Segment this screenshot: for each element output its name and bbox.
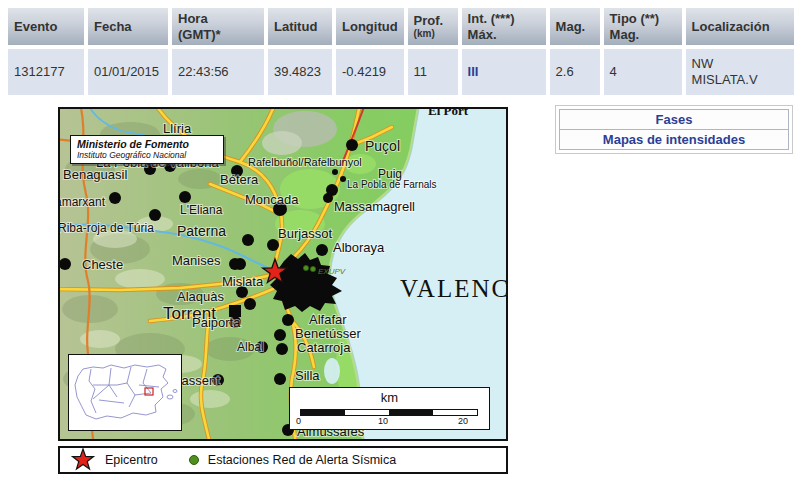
- station-dot: [242, 234, 254, 246]
- town-label: Alaquàs: [177, 289, 224, 304]
- cell-fecha: 01/01/2015: [88, 49, 168, 95]
- town-label: Llíria: [163, 121, 192, 136]
- town-label: Paterna: [177, 223, 226, 239]
- town-label: Cheste: [82, 257, 123, 272]
- cell-tipo_mag: 4: [604, 49, 682, 95]
- col-header-fecha: Fecha: [88, 8, 168, 45]
- town-label: La Pobla de Farnals: [347, 179, 437, 190]
- station-dot: [346, 139, 358, 151]
- col-header-hora: Hora(GMT)*: [172, 8, 264, 45]
- seismic-map: LlíriaLa Pobla de VallbonaBenaguasilBéte…: [58, 107, 508, 441]
- town-label: Bétera: [220, 172, 259, 187]
- station-dot: [323, 193, 333, 203]
- station-dot: [179, 191, 191, 203]
- station-dot: [244, 298, 256, 310]
- scale-unit-label: km: [290, 390, 489, 405]
- town-label: Alfafar: [309, 312, 347, 327]
- alert-station-dot: [310, 266, 315, 271]
- town-label: Benetússer: [295, 326, 361, 341]
- town-label: Albal: [237, 340, 264, 354]
- cell-localizacion: NWMISLATA.V: [686, 49, 794, 95]
- cell-prof: 11: [408, 49, 458, 95]
- col-header-int_max: Int. (***)Máx.: [462, 8, 546, 45]
- col-header-localizacion: Localización: [686, 8, 794, 45]
- town-label: Massamagrell: [334, 199, 415, 214]
- station-dot: [149, 209, 161, 221]
- station-dot: [234, 258, 246, 270]
- table-header-row: EventoFechaHora(GMT)*LatitudLongitudProf…: [8, 8, 794, 45]
- event-row: 131217701/01/201522:43:5639.4823-0.42191…: [8, 49, 794, 95]
- link-fases[interactable]: Fases: [559, 109, 789, 130]
- station-dot: [282, 314, 294, 326]
- town-label: Burjassot: [278, 226, 333, 241]
- town-label: Mislata: [222, 274, 264, 289]
- station-code-label: EXUPV: [318, 267, 346, 276]
- cell-int_max[interactable]: III: [462, 49, 546, 95]
- event-table: EventoFechaHora(GMT)*LatitudLongitudProf…: [4, 4, 798, 99]
- town-label: Alboraya: [333, 240, 385, 255]
- station-dot: [332, 169, 338, 175]
- col-header-longitud: Longitud: [336, 8, 404, 45]
- station-dot: [274, 373, 286, 385]
- legend-epicenter-label: Epicentro: [105, 453, 158, 467]
- legend-stations-label: Estaciones Red de Alerta Sísmica: [208, 453, 396, 467]
- spain-outline: [69, 355, 179, 428]
- col-header-prof: Prof.(km): [408, 8, 458, 45]
- town-label: Silla: [295, 368, 320, 383]
- scale-bar: [300, 409, 478, 416]
- station-dot-icon: [189, 455, 199, 465]
- col-header-evento: Evento: [8, 8, 84, 45]
- station-dot: [276, 343, 288, 355]
- cell-hora: 22:43:56: [172, 49, 264, 95]
- town-label: Riba-roja de Túria: [60, 221, 154, 235]
- map-legend: Epicentro Estaciones Red de Alerta Sísmi…: [58, 446, 508, 474]
- cell-evento: 1312177: [8, 49, 84, 95]
- col-header-tipo_mag: Tipo (**)Mag.: [604, 8, 682, 45]
- station-dot: [340, 176, 346, 182]
- link-mapas[interactable]: Mapas de intensidades: [559, 129, 789, 150]
- spain-inset-map: [68, 354, 182, 431]
- town-label: Catarroja: [297, 340, 351, 355]
- col-header-latitud: Latitud: [268, 8, 332, 45]
- station-dot: [274, 329, 286, 341]
- port-label: El Port: [428, 109, 469, 118]
- col-header-mag: Mag.: [550, 8, 600, 45]
- town-label: amarxant: [60, 195, 106, 209]
- event-links-box: FasesMapas de intensidades: [555, 105, 793, 154]
- town-label: Rafelbuñol/Rafelbunyol: [248, 156, 362, 168]
- cell-longitud: -0.4219: [336, 49, 404, 95]
- town-label: Benaguasil: [63, 167, 127, 182]
- attribution-line1: Ministerio de Fomento: [77, 138, 219, 150]
- cell-latitud: 39.4823: [268, 49, 332, 95]
- town-label: Manises: [172, 253, 221, 268]
- sea-city-label: VALENCIA: [400, 275, 506, 302]
- town-label: Puçol: [365, 138, 400, 154]
- map-scale-box: km 01020: [289, 387, 490, 430]
- town-label: Paiporta: [192, 315, 241, 330]
- station-dot: [316, 244, 328, 256]
- town-label: Moncada: [245, 192, 299, 207]
- scale-tick-labels: 01020: [290, 416, 489, 428]
- epicenter-star-icon: [70, 448, 96, 472]
- alert-station-dot: [303, 265, 308, 270]
- scale-tick: 20: [458, 416, 468, 426]
- attribution-line2: Instituto Geográfico Nacional: [77, 150, 219, 160]
- cell-mag: 2.6: [550, 49, 600, 95]
- map-attribution: Ministerio de Fomento Instituto Geográfi…: [70, 135, 224, 164]
- town-label: L'Eliana: [180, 203, 223, 217]
- scale-tick: 10: [378, 416, 388, 426]
- scale-tick: 0: [296, 416, 301, 426]
- station-dot: [109, 192, 121, 204]
